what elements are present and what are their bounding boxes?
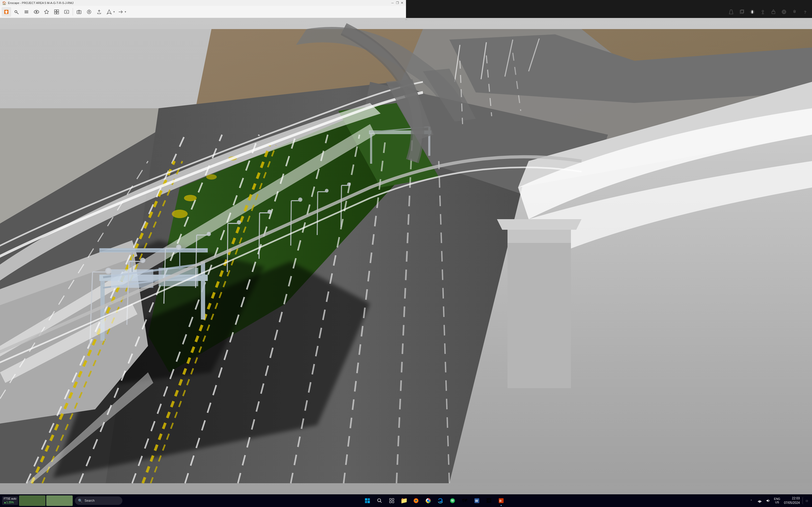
svg-point-75 xyxy=(172,210,188,218)
svg-line-68 xyxy=(344,135,386,253)
svg-point-7 xyxy=(36,11,37,13)
svg-rect-11 xyxy=(57,12,59,14)
layers-button[interactable] xyxy=(22,7,31,17)
title-bar: 🏠 Enscape - PROJECT AREA 5 M-A-G-T-R-S-J… xyxy=(0,0,406,6)
media-button[interactable] xyxy=(62,7,71,17)
svg-point-120 xyxy=(348,183,350,186)
svg-line-72 xyxy=(42,161,183,253)
svg-point-15 xyxy=(78,11,80,13)
viewport[interactable] xyxy=(0,18,406,253)
minimize-button[interactable]: ─ xyxy=(391,1,394,5)
svg-rect-8 xyxy=(54,10,56,12)
svg-point-105 xyxy=(207,232,210,235)
svg-point-117 xyxy=(325,189,328,192)
annotations-button[interactable] xyxy=(42,7,51,17)
export-button[interactable] xyxy=(94,7,104,17)
svg-line-66 xyxy=(238,135,328,253)
svg-marker-43 xyxy=(159,29,406,253)
main-toolbar: ▼ ▼ xyxy=(0,6,406,18)
svg-rect-90 xyxy=(370,132,372,164)
svg-marker-13 xyxy=(66,11,68,13)
svg-rect-14 xyxy=(77,11,81,14)
svg-marker-121 xyxy=(386,79,406,140)
svg-line-63 xyxy=(132,135,259,253)
svg-line-118 xyxy=(341,185,342,227)
navigate-button[interactable] xyxy=(104,7,114,17)
svg-point-77 xyxy=(206,174,217,180)
svg-point-102 xyxy=(176,245,181,249)
svg-point-76 xyxy=(184,195,197,201)
grid-button[interactable] xyxy=(52,7,61,17)
close-button[interactable]: ✕ xyxy=(400,1,404,5)
svg-line-67 xyxy=(291,135,359,253)
export2-dropdown-arrow[interactable]: ▼ xyxy=(124,11,126,13)
svg-line-103 xyxy=(196,235,197,253)
window-title: Enscape - PROJECT AREA 5 M-A-G-T-R-S-J-R… xyxy=(8,1,73,4)
navigate-dropdown-arrow[interactable]: ▼ xyxy=(113,11,115,13)
svg-line-115 xyxy=(317,192,318,235)
svg-marker-44 xyxy=(397,29,406,145)
svg-marker-42 xyxy=(0,108,211,240)
svg-line-64 xyxy=(0,161,148,253)
export2-button[interactable] xyxy=(116,7,125,17)
svg-rect-39 xyxy=(0,29,406,253)
svg-point-1 xyxy=(15,11,17,13)
visibility-button[interactable] xyxy=(32,7,41,17)
light-poles-center xyxy=(291,183,350,245)
svg-marker-55 xyxy=(0,240,264,253)
title-bar-controls: ─ ❐ ✕ xyxy=(391,1,404,5)
svg-point-111 xyxy=(268,210,271,213)
video-button[interactable] xyxy=(84,7,94,17)
gantry-left xyxy=(99,248,208,253)
svg-marker-52 xyxy=(359,82,406,214)
svg-point-78 xyxy=(229,156,237,161)
svg-line-71 xyxy=(32,161,174,253)
app-icon: 🏠 xyxy=(2,1,6,5)
svg-rect-40 xyxy=(0,135,406,187)
svg-line-74 xyxy=(151,145,276,253)
svg-line-65 xyxy=(185,135,296,253)
svg-line-61 xyxy=(27,135,185,253)
svg-rect-92 xyxy=(369,130,406,134)
svg-line-106 xyxy=(227,223,228,253)
svg-rect-16 xyxy=(78,10,80,11)
svg-line-2 xyxy=(17,12,18,14)
light-poles-left xyxy=(90,210,271,253)
3d-scene xyxy=(0,18,406,253)
export2-tool-group: ▼ xyxy=(116,7,126,17)
svg-marker-51 xyxy=(106,82,406,253)
svg-marker-57 xyxy=(0,240,148,253)
svg-point-18 xyxy=(89,11,90,12)
chevron-up-button[interactable]: ⌃ xyxy=(404,18,406,24)
restore-button[interactable]: ❐ xyxy=(395,1,399,5)
svg-line-109 xyxy=(259,213,260,253)
screenshot-button[interactable] xyxy=(74,7,84,17)
svg-point-114 xyxy=(299,198,302,201)
title-bar-left: 🏠 Enscape - PROJECT AREA 5 M-A-G-T-R-S-J… xyxy=(2,1,73,5)
svg-marker-41 xyxy=(0,108,317,253)
home-button[interactable] xyxy=(2,7,11,17)
svg-line-100 xyxy=(164,248,165,253)
svg-marker-53 xyxy=(148,114,402,253)
svg-marker-54 xyxy=(338,103,406,187)
svg-line-69 xyxy=(397,135,406,253)
svg-line-112 xyxy=(291,201,291,245)
scene-svg xyxy=(0,18,406,253)
svg-marker-50 xyxy=(0,98,380,253)
svg-line-73 xyxy=(143,145,270,253)
svg-point-108 xyxy=(237,221,241,224)
svg-line-93 xyxy=(370,127,406,132)
svg-marker-21 xyxy=(107,10,111,14)
gantry-far xyxy=(369,127,406,164)
svg-line-62 xyxy=(79,135,222,253)
svg-rect-9 xyxy=(57,10,59,12)
svg-rect-88 xyxy=(99,248,208,252)
svg-marker-58 xyxy=(0,240,138,253)
navigate-tool-group: ▼ xyxy=(104,7,115,17)
key-button[interactable] xyxy=(12,7,21,17)
svg-rect-10 xyxy=(54,12,56,14)
